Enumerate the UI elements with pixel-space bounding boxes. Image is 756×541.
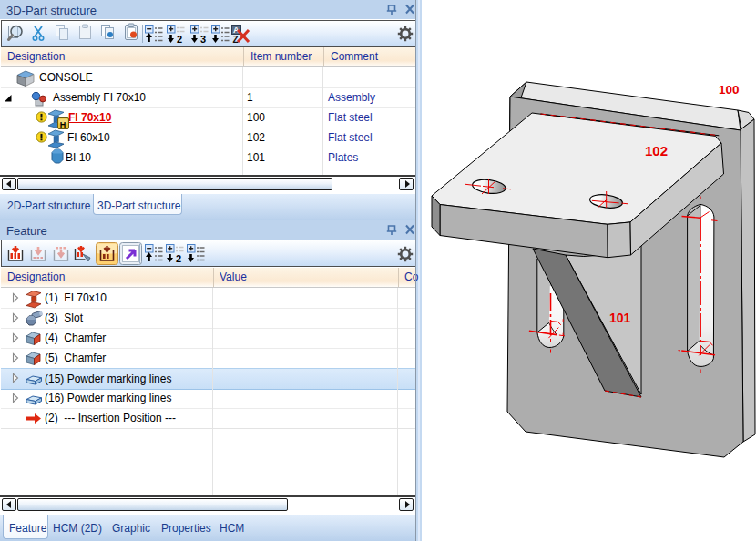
svg-text:2: 2 xyxy=(176,253,181,264)
svg-text:100: 100 xyxy=(719,83,740,97)
svg-text:102: 102 xyxy=(645,143,668,158)
svg-text:3: 3 xyxy=(200,34,206,45)
svg-text:Z: Z xyxy=(233,35,239,45)
svg-text:2: 2 xyxy=(177,34,182,45)
svg-text:H: H xyxy=(60,120,66,129)
svg-text:101: 101 xyxy=(609,311,631,325)
